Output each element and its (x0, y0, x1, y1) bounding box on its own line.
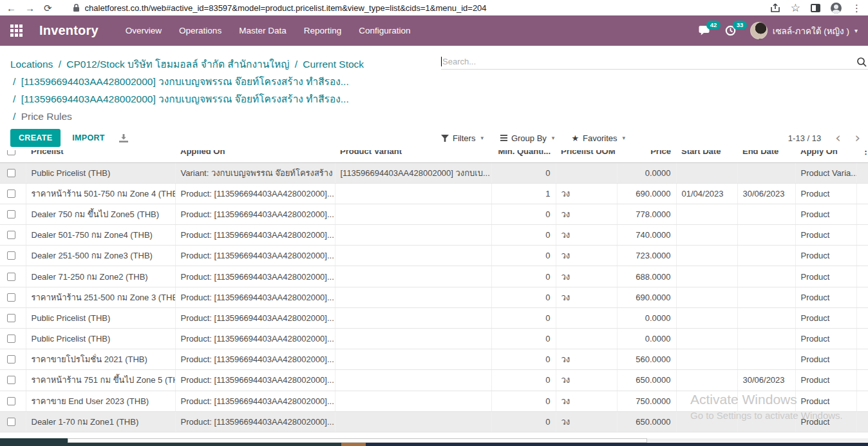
breadcrumb-link-stock-location[interactable]: CP012/Stock บริษัท โฮมมอลล์ จำกัด สำนักง… (66, 59, 289, 70)
filters-dropdown[interactable]: Filters ▾ (441, 133, 484, 143)
cell-pricelist[interactable]: ราคาขาย End User 2023 (THB) (26, 391, 175, 411)
cell-min-qty[interactable]: 0 (491, 307, 556, 328)
cell-pricelist[interactable]: Public Pricelist (THB) (26, 307, 175, 328)
column-header-uom[interactable]: Pricelist UOM (556, 150, 617, 162)
cell-start-date[interactable] (676, 307, 737, 328)
cell-end-date[interactable] (737, 329, 795, 349)
cell-product-variant[interactable] (335, 183, 491, 204)
cell-price[interactable]: 778.0000 (617, 204, 676, 224)
cell-start-date[interactable] (676, 287, 737, 307)
cell-applied-on[interactable]: Product: [113596694403AA428002000]... (175, 307, 335, 328)
row-checkbox[interactable] (7, 273, 15, 281)
import-button[interactable]: IMPORT (72, 133, 104, 142)
cell-product-variant[interactable] (335, 266, 491, 287)
export-download-icon[interactable] (119, 134, 128, 142)
cell-start-date[interactable] (676, 266, 737, 287)
cell-start-date[interactable] (676, 349, 737, 370)
cell-start-date[interactable] (676, 204, 737, 224)
cell-end-date[interactable]: 30/06/2023 (737, 370, 795, 391)
cell-min-qty[interactable]: 0 (491, 329, 556, 349)
pager-next-icon[interactable]: › (855, 131, 860, 145)
cell-uom[interactable] (556, 307, 617, 328)
horizontal-scrollbar-thumb[interactable] (68, 438, 647, 443)
cell-applied-on[interactable]: Product: [113596694403AA428002000]... (175, 411, 335, 432)
share-icon[interactable] (770, 3, 780, 13)
row-checkbox[interactable] (7, 210, 15, 218)
cell-applied-on[interactable]: Variant: วงกบเบญจพรรณ จ๊อยท์โครงสร้าง ..… (175, 162, 335, 183)
table-row[interactable]: ราคาหน้าร้าน 751 กม ขึ้นไป Zone 5 (TH...… (0, 370, 868, 391)
cell-price[interactable]: 0.0000 (617, 307, 676, 328)
cell-apply-on[interactable]: Product (795, 266, 856, 287)
table-row[interactable]: ราคาขายโปรโมชั่น 2021 (THB)Product: [113… (0, 349, 868, 370)
cell-uom[interactable]: วง (556, 391, 617, 411)
cell-price[interactable]: 650.0000 (617, 411, 676, 432)
side-panel-icon[interactable] (811, 4, 820, 12)
cell-start-date[interactable] (676, 411, 737, 432)
cell-end-date[interactable] (737, 162, 795, 183)
cell-min-qty[interactable]: 0 (491, 349, 556, 370)
cell-apply-on[interactable]: Product (795, 204, 856, 224)
cell-apply-on[interactable]: Product Varia... (795, 162, 856, 183)
column-header-product-variant[interactable]: Product Variant (335, 150, 491, 162)
cell-pricelist[interactable]: Dealer 501-750 กม Zone4 (THB) (26, 225, 175, 246)
cell-price[interactable]: 740.0000 (617, 225, 676, 246)
cell-end-date[interactable] (737, 266, 795, 287)
user-menu[interactable]: เซลล์-ภาคใต้ (หญิง ) ▾ (750, 22, 858, 39)
cell-min-qty[interactable]: 0 (491, 204, 556, 224)
cell-uom[interactable]: วง (556, 370, 617, 391)
cell-price[interactable]: 688.0000 (617, 266, 676, 287)
cell-apply-on[interactable]: Product (795, 307, 856, 328)
cell-start-date[interactable] (676, 162, 737, 183)
cell-uom[interactable] (556, 162, 617, 183)
cell-start-date[interactable]: 01/04/2023 (676, 183, 737, 204)
row-checkbox[interactable] (7, 189, 15, 198)
breadcrumb-link-locations[interactable]: Locations (10, 59, 53, 70)
cell-pricelist[interactable]: Dealer 750 กม ขึ้นไป Zone5 (THB) (26, 204, 175, 224)
cell-product-variant[interactable] (335, 225, 491, 246)
cell-uom[interactable]: วง (556, 411, 617, 432)
cell-apply-on[interactable]: Product (795, 287, 856, 307)
cell-min-qty[interactable]: 0 (491, 246, 556, 266)
cell-pricelist[interactable]: ราคาหน้าร้าน 251-500 กม Zone 3 (THB) (26, 287, 175, 307)
cell-price[interactable]: 560.0000 (617, 349, 676, 370)
cell-applied-on[interactable]: Product: [113596694403AA428002000]... (175, 349, 335, 370)
cell-min-qty[interactable]: 0 (491, 225, 556, 246)
cell-apply-on[interactable]: Product (795, 391, 856, 411)
cell-end-date[interactable] (737, 225, 795, 246)
activities-button[interactable]: 33 (725, 25, 736, 36)
browser-profile-icon[interactable] (831, 3, 842, 14)
table-row[interactable]: Public Pricelist (THB)Variant: วงกบเบญจพ… (0, 162, 868, 183)
cell-start-date[interactable] (676, 370, 737, 391)
favorites-dropdown[interactable]: ★ Favorites ▾ (571, 133, 625, 143)
row-checkbox[interactable] (7, 418, 15, 426)
cell-start-date[interactable] (676, 246, 737, 266)
menu-master-data[interactable]: Master Data (239, 26, 287, 35)
cell-applied-on[interactable]: Product: [113596694403AA428002000]... (175, 225, 335, 246)
row-checkbox[interactable] (7, 231, 15, 239)
cell-end-date[interactable] (737, 391, 795, 411)
row-checkbox[interactable] (7, 397, 15, 405)
row-checkbox[interactable] (7, 293, 15, 302)
bookmark-star-icon[interactable]: ☆ (791, 3, 800, 14)
cell-applied-on[interactable]: Product: [113596694403AA428002000]... (175, 204, 335, 224)
table-row[interactable]: Dealer 750 กม ขึ้นไป Zone5 (THB)Product:… (0, 204, 868, 224)
cell-min-qty[interactable]: 0 (491, 411, 556, 432)
cell-pricelist[interactable]: Dealer 1-70 กม Zone1 (THB) (26, 411, 175, 432)
table-row[interactable]: ราคาหน้าร้าน 251-500 กม Zone 3 (THB)Prod… (0, 287, 868, 307)
cell-apply-on[interactable]: Product (795, 246, 856, 266)
cell-start-date[interactable] (676, 391, 737, 411)
cell-applied-on[interactable]: Product: [113596694403AA428002000]... (175, 246, 335, 266)
cell-uom[interactable]: วง (556, 183, 617, 204)
row-checkbox[interactable] (7, 314, 15, 322)
row-checkbox[interactable] (7, 376, 15, 384)
cell-applied-on[interactable]: Product: [113596694403AA428002000]... (175, 266, 335, 287)
cell-pricelist[interactable]: ราคาหน้าร้าน 501-750 กม Zone 4 (THB) (26, 183, 175, 204)
cell-price[interactable]: 750.0000 (617, 391, 676, 411)
cell-uom[interactable]: วง (556, 246, 617, 266)
cell-end-date[interactable] (737, 307, 795, 328)
search-icon[interactable] (856, 57, 867, 67)
cell-product-variant[interactable] (335, 349, 491, 370)
menu-operations[interactable]: Operations (179, 26, 222, 35)
cell-apply-on[interactable]: Product (795, 225, 856, 246)
messages-button[interactable]: 42 (699, 25, 711, 36)
